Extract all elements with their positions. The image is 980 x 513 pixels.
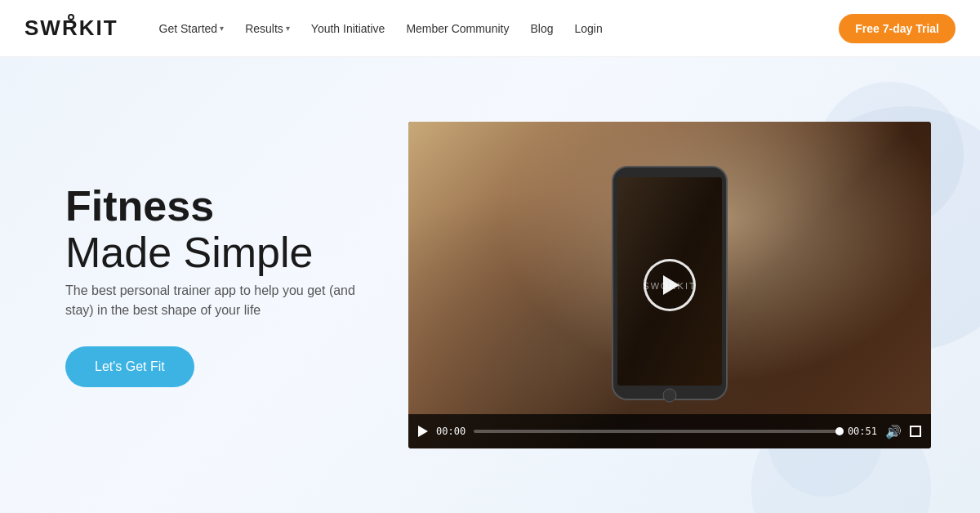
nav-links: Get Started ▾ Results ▾ Youth Initiative… (151, 17, 840, 40)
video-play-icon (418, 426, 428, 437)
hero-content: Fitness Made Simple The best personal tr… (65, 183, 408, 387)
navigation: SWRKIT Get Started ▾ Results ▾ Youth Ini… (0, 0, 980, 57)
get-started-link[interactable]: Get Started ▾ (151, 17, 233, 40)
play-icon (663, 275, 679, 295)
video-thumbnail: SWORKIT (408, 122, 931, 448)
chevron-down-icon: ▾ (286, 24, 290, 33)
video-player: SWORKIT 00:00 00:51 🔊 (408, 122, 931, 448)
svg-point-4 (663, 389, 676, 402)
blog-link[interactable]: Blog (522, 17, 561, 40)
hero-section: Fitness Made Simple The best personal tr… (0, 57, 980, 513)
video-progress-thumb (835, 427, 844, 435)
fullscreen-icon (910, 426, 921, 437)
chevron-down-icon: ▾ (220, 24, 224, 33)
hero-title-bold: Fitness (65, 182, 214, 230)
get-fit-button[interactable]: Let's Get Fit (65, 346, 194, 387)
video-total-time: 00:51 (848, 426, 877, 437)
login-link[interactable]: Login (566, 17, 610, 40)
hero-title-light: Made Simple (65, 229, 313, 276)
free-trial-button[interactable]: Free 7-day Trial (839, 14, 956, 43)
hero-title: Fitness Made Simple (65, 183, 408, 276)
video-controls-bar: 00:00 00:51 🔊 (408, 414, 931, 448)
video-play-button[interactable] (418, 426, 428, 437)
youth-initiative-link[interactable]: Youth Initiative (303, 17, 394, 40)
member-community-link[interactable]: Member Community (398, 17, 517, 40)
video-volume-button[interactable]: 🔊 (885, 424, 902, 439)
video-fullscreen-button[interactable] (910, 426, 921, 437)
video-progress-bar[interactable] (474, 430, 840, 433)
brand-logo[interactable]: SWRKIT (24, 16, 118, 41)
play-button[interactable] (644, 259, 696, 311)
video-current-time: 00:00 (436, 426, 466, 437)
hero-subtitle: The best personal trainer app to help yo… (65, 281, 368, 320)
results-link[interactable]: Results ▾ (237, 17, 298, 40)
